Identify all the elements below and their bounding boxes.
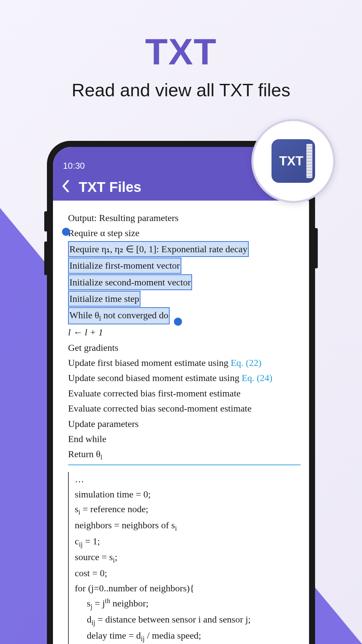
chevron-left-icon — [61, 180, 69, 192]
promo-title: TXT — [0, 30, 362, 73]
text-line: Update second biased moment estimate usi… — [68, 371, 301, 385]
equation-link[interactable]: Eq. (22) — [231, 358, 261, 368]
code-line: for (j=0..number of neighbors){ — [75, 581, 301, 595]
selection-handle-end[interactable] — [174, 318, 182, 326]
highlighted-text: Require η₁, η₂ ∈ [0, 1]: Exponential rat… — [68, 241, 249, 257]
promo-header: TXT Read and view all TXT files — [0, 0, 362, 100]
code-line: cij = 1; — [75, 534, 301, 550]
code-line: neighbors = neighbors of si — [75, 518, 301, 534]
equation-link[interactable]: Eq. (24) — [242, 373, 273, 383]
text-line-highlighted: Initialize second-moment vector — [68, 274, 301, 290]
divider — [68, 465, 301, 465]
highlighted-text: Initialize first-moment vector — [68, 258, 181, 273]
phone-screen: 10:30 TXT Files Output: Resulting parame… — [53, 147, 309, 644]
code-line: source = si; — [75, 550, 301, 566]
code-line: delay time = dij / media speed; — [75, 628, 301, 644]
code-line: … — [75, 472, 301, 486]
phone-volume-down — [44, 241, 47, 275]
text-line: Return θl — [68, 447, 301, 463]
document-content[interactable]: Output: Resulting parameters Require α s… — [53, 201, 309, 644]
code-block: … simulation time = 0; si = reference no… — [68, 472, 301, 644]
text-line: Update first biased moment estimate usin… — [68, 356, 301, 370]
book-spine-icon — [306, 144, 312, 178]
text-line: End while — [68, 432, 301, 446]
text-line: l ← l + 1 — [68, 325, 301, 339]
back-button[interactable] — [61, 179, 75, 196]
code-line: cost = 0; — [75, 566, 301, 580]
status-time: 10:30 — [63, 161, 85, 171]
promo-subtitle: Read and view all TXT files — [0, 79, 362, 100]
text-line: Evaluate corrected bias first-moment est… — [68, 386, 301, 400]
phone-power-button — [315, 228, 318, 268]
code-line: dij = distance between sensor i and sens… — [75, 612, 301, 628]
text-line: Require α step size — [68, 226, 301, 240]
text-line: Evaluate corrected bias second-moment es… — [68, 401, 301, 416]
text-line: Get gradients — [68, 340, 301, 355]
txt-app-icon: TXT — [272, 139, 315, 183]
phone-frame: 10:30 TXT Files Output: Resulting parame… — [47, 141, 315, 644]
highlighted-text: Initialize second-moment vector — [68, 274, 192, 290]
text-line: Output: Resulting parameters — [68, 211, 301, 225]
code-line: sj = jth neighbor; — [75, 596, 301, 612]
text-line-highlighted: While θl not converged do — [68, 307, 301, 324]
phone-volume-up — [44, 211, 47, 231]
code-line: simulation time = 0; — [75, 487, 301, 501]
highlighted-text: Initialize time step — [68, 291, 140, 307]
text-line-highlighted: Require η₁, η₂ ∈ [0, 1]: Exponential rat… — [68, 241, 301, 257]
app-icon-label: TXT — [279, 154, 303, 168]
text-line: Update parameters — [68, 417, 301, 431]
highlighted-text: While θl not converged do — [68, 307, 170, 324]
text-line-highlighted: Initialize first-moment vector — [68, 258, 301, 273]
text-line-highlighted: Initialize time step — [68, 291, 301, 307]
text: Require α step size — [68, 228, 139, 238]
app-icon-badge: TXT — [251, 119, 335, 203]
code-line: si = reference node; — [75, 502, 301, 518]
